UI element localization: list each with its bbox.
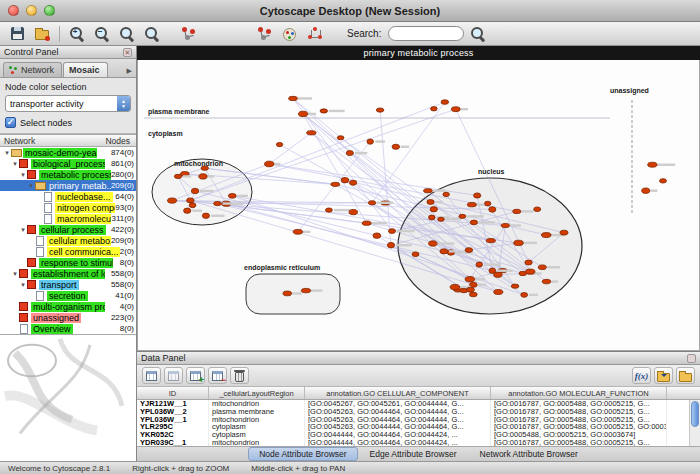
graph-node[interactable] bbox=[451, 107, 460, 112]
graph-node[interactable] bbox=[276, 142, 282, 146]
tab-mosaic[interactable]: Mosaic bbox=[63, 62, 108, 77]
tree-item-overview[interactable]: Overview8(0) bbox=[0, 323, 136, 334]
graph-node[interactable] bbox=[346, 151, 353, 156]
graph-node[interactable] bbox=[525, 260, 532, 265]
save-session-button[interactable] bbox=[6, 24, 28, 44]
float-panel-icon[interactable] bbox=[687, 354, 696, 363]
graph-node[interactable] bbox=[521, 293, 528, 298]
graph-node[interactable] bbox=[341, 177, 349, 182]
graph-node[interactable] bbox=[368, 201, 375, 205]
zoom-out-button[interactable]: − bbox=[91, 24, 113, 44]
graph-node[interactable] bbox=[560, 230, 568, 235]
column-header-1[interactable]: _cellularLayoutRegion bbox=[209, 387, 305, 399]
tree-item-multi-organism-pro[interactable]: multi-organism pro...4(0) bbox=[0, 301, 136, 312]
graph-edge[interactable] bbox=[190, 102, 445, 200]
graph-node[interactable] bbox=[293, 229, 302, 234]
graph-node[interactable] bbox=[489, 268, 496, 273]
select-nodes-checkbox[interactable]: ✓ bbox=[5, 117, 16, 128]
graph-node[interactable] bbox=[307, 131, 316, 135]
tree-item-response-to-stimul[interactable]: response to stimul...8(0) bbox=[0, 257, 136, 268]
graph-node[interactable] bbox=[427, 200, 434, 205]
graph-node[interactable] bbox=[424, 189, 433, 193]
graph-node[interactable] bbox=[430, 207, 437, 212]
graph-node[interactable] bbox=[214, 201, 222, 205]
graph-node[interactable] bbox=[187, 198, 195, 203]
graph-node[interactable] bbox=[191, 188, 198, 193]
graph-node[interactable] bbox=[525, 269, 535, 274]
tree-item-macromolecule[interactable]: macromolecule...311(0) bbox=[0, 213, 136, 224]
zoom-window-button[interactable] bbox=[44, 5, 55, 16]
graph-node[interactable] bbox=[174, 174, 181, 178]
expander-icon[interactable]: ▾ bbox=[19, 280, 27, 289]
open-attributes-button[interactable] bbox=[676, 367, 695, 384]
graph-node[interactable] bbox=[513, 209, 521, 213]
import-attributes-button[interactable] bbox=[654, 367, 673, 384]
import-network-button[interactable] bbox=[31, 24, 53, 44]
apply-layout-button[interactable] bbox=[303, 24, 325, 44]
column-header-0[interactable]: ID bbox=[137, 387, 209, 399]
graph-node[interactable] bbox=[465, 277, 474, 282]
graph-node[interactable] bbox=[514, 240, 524, 245]
graph-node[interactable] bbox=[438, 217, 445, 221]
tab-node-attribute-browser[interactable]: Node Attribute Browser bbox=[248, 447, 357, 461]
search-input[interactable] bbox=[388, 26, 464, 41]
tree-item-cellular-process[interactable]: ▾cellular process422(0) bbox=[0, 224, 136, 235]
tree-item-unassigned[interactable]: unassigned223(0) bbox=[0, 312, 136, 323]
select-attributes-button[interactable] bbox=[142, 367, 161, 384]
graph-node[interactable] bbox=[320, 109, 328, 113]
graph-node[interactable] bbox=[265, 161, 274, 167]
graph-node[interactable] bbox=[474, 193, 481, 198]
graph-node[interactable] bbox=[459, 214, 466, 218]
graph-node[interactable] bbox=[501, 223, 509, 227]
graph-node[interactable] bbox=[440, 249, 448, 254]
graph-node[interactable] bbox=[429, 215, 436, 220]
table-row[interactable]: YPL036W__2plasma membrane[GO:0045263, GO… bbox=[137, 408, 700, 416]
minimize-window-button[interactable] bbox=[26, 5, 37, 16]
graph-node[interactable] bbox=[486, 238, 495, 242]
tab-network-attribute-browser[interactable]: Network Attribute Browser bbox=[469, 447, 589, 461]
graph-node[interactable] bbox=[450, 284, 460, 289]
unselect-attributes-button[interactable] bbox=[164, 367, 183, 384]
graph-node[interactable] bbox=[541, 233, 551, 238]
graph-node[interactable] bbox=[489, 207, 496, 212]
tree-item-biological-process[interactable]: ▾biological_process861(0) bbox=[0, 158, 136, 169]
tree-item-establishment-of-lo[interactable]: ▾establishment of lo...558(0) bbox=[0, 268, 136, 279]
tree-item-metabolic-process[interactable]: ▾metabolic process280(0) bbox=[0, 169, 136, 180]
graph-edge[interactable] bbox=[303, 114, 367, 223]
graph-node[interactable] bbox=[349, 180, 356, 185]
tree-item-nitrogen-compo[interactable]: nitrogen compo...93(0) bbox=[0, 202, 136, 213]
graph-node[interactable] bbox=[168, 198, 177, 203]
zoom-fit-button[interactable] bbox=[141, 24, 163, 44]
graph-node[interactable] bbox=[469, 292, 477, 297]
graph-node[interactable] bbox=[387, 242, 394, 248]
graph-node[interactable] bbox=[202, 213, 209, 218]
zoom-in-button[interactable]: + bbox=[66, 24, 88, 44]
graph-node[interactable] bbox=[189, 203, 196, 208]
function-builder-button[interactable]: f(x) bbox=[632, 367, 651, 384]
expander-icon[interactable]: ▾ bbox=[3, 148, 11, 157]
graph-node[interactable] bbox=[467, 202, 476, 206]
expander-icon[interactable]: ▾ bbox=[27, 181, 35, 190]
search-options-button[interactable] bbox=[467, 24, 489, 44]
tab-scroll-right-icon[interactable]: ▶ bbox=[127, 67, 134, 77]
graph-node[interactable] bbox=[465, 248, 473, 253]
graph-node[interactable] bbox=[376, 108, 384, 112]
column-header-3[interactable]: annotation.GO MOLECULAR_FUNCTION bbox=[491, 387, 667, 399]
graph-node[interactable] bbox=[538, 265, 546, 270]
graph-edge[interactable] bbox=[269, 133, 311, 164]
close-panel-icon[interactable]: ✕ bbox=[123, 48, 132, 57]
graph-node[interactable] bbox=[660, 179, 667, 183]
graph-node[interactable] bbox=[484, 201, 490, 206]
graph-node[interactable] bbox=[467, 287, 475, 292]
tree-item-cell-communica[interactable]: cell communica...2(0) bbox=[0, 246, 136, 257]
graph-node[interactable] bbox=[349, 209, 358, 214]
table-row[interactable]: YLR295Ccytoplasm[GO:0045263, GO:0044444,… bbox=[137, 423, 700, 431]
graph-node[interactable] bbox=[511, 284, 519, 288]
graph-node[interactable] bbox=[337, 136, 344, 140]
expander-icon[interactable]: ▾ bbox=[19, 225, 27, 234]
table-scrollbar[interactable] bbox=[689, 400, 700, 446]
expander-icon[interactable]: ▾ bbox=[19, 170, 27, 179]
tree-item-mosaic-demo-yeast[interactable]: ▾mosaic-demo-yeast874(0) bbox=[0, 147, 136, 158]
graph-node[interactable] bbox=[392, 144, 400, 149]
graph-node[interactable] bbox=[199, 174, 207, 179]
